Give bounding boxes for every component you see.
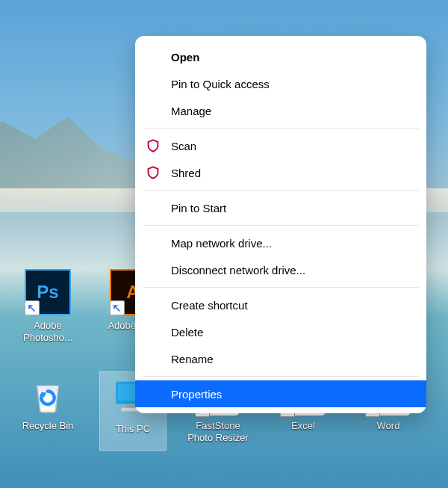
desktop-icon-label: FastStone Photo Resizer — [185, 420, 251, 444]
menu-item-map-drive[interactable]: Map network drive... — [135, 229, 426, 256]
desktop-icon-recycle-bin[interactable]: Recycle Bin — [15, 372, 81, 432]
desktop-icon-label: This PC — [100, 423, 166, 435]
menu-item-scan[interactable]: Scan — [135, 132, 426, 159]
menu-item-label: Delete — [171, 326, 203, 339]
menu-item-pin-quick-access[interactable]: Pin to Quick access — [135, 70, 426, 97]
menu-item-label: Properties — [171, 388, 222, 401]
desktop-icon-label: Adobe Photosho... — [15, 320, 81, 344]
mcafee-shield-icon — [147, 139, 161, 152]
shortcut-arrow-icon — [110, 300, 125, 315]
recycle-bin-icon — [26, 372, 69, 416]
menu-item-delete[interactable]: Delete — [135, 318, 426, 345]
menu-item-manage[interactable]: Manage — [135, 97, 426, 124]
menu-item-pin-start[interactable]: Pin to Start — [135, 194, 426, 221]
context-menu: Open Pin to Quick access Manage Scan Shr… — [135, 36, 426, 413]
menu-item-create-shortcut[interactable]: Create shortcut — [135, 291, 426, 318]
menu-item-label: Disconnect network drive... — [171, 264, 305, 277]
menu-separator — [143, 190, 419, 191]
desktop-icon-label: Word — [355, 420, 421, 432]
menu-item-label: Rename — [171, 353, 214, 365]
menu-item-label: Create shortcut — [171, 299, 248, 312]
menu-item-open[interactable]: Open — [135, 43, 426, 70]
photoshop-icon: Ps — [25, 269, 71, 315]
menu-item-label: Open — [171, 51, 199, 64]
desktop[interactable]: Ps Adobe Photosho... A Adobe An... Recyc… — [0, 0, 448, 488]
menu-item-properties[interactable]: Properties — [135, 380, 426, 407]
menu-item-rename[interactable]: Rename — [135, 345, 426, 372]
shortcut-arrow-icon — [25, 300, 40, 315]
menu-item-label: Scan — [171, 140, 196, 152]
desktop-icon-photoshop[interactable]: Ps Adobe Photosho... — [15, 269, 81, 344]
menu-item-label: Pin to Quick access — [171, 78, 270, 90]
desktop-icon-label: Excel — [270, 420, 336, 432]
menu-separator — [143, 128, 419, 129]
desktop-icon-label: Recycle Bin — [15, 420, 81, 432]
menu-item-label: Pin to Start — [171, 202, 226, 214]
menu-item-label: Shred — [171, 167, 201, 179]
mcafee-shield-icon — [147, 166, 161, 179]
menu-item-disconnect-drive[interactable]: Disconnect network drive... — [135, 256, 426, 283]
menu-item-shred[interactable]: Shred — [135, 159, 426, 186]
menu-separator — [143, 225, 419, 226]
menu-item-label: Map network drive... — [171, 237, 272, 250]
menu-separator — [143, 287, 419, 288]
menu-separator — [143, 376, 419, 377]
menu-item-label: Manage — [171, 105, 211, 117]
